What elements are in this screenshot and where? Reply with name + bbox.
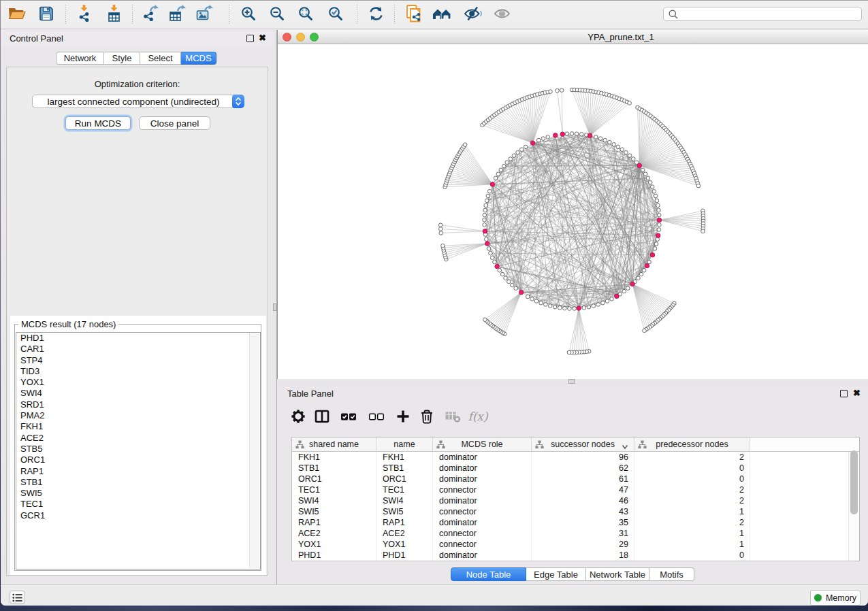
graph-node[interactable] [526,295,530,299]
graph-node[interactable] [487,189,492,193]
graph-node-selected[interactable] [637,163,641,167]
export-network-button[interactable] [140,3,163,27]
graph-node[interactable] [620,148,624,152]
graph-node[interactable] [565,132,569,136]
graph-node-selected[interactable] [560,132,564,136]
graph-node[interactable] [556,88,560,93]
mcds-result-item[interactable]: FKH1 [20,421,260,432]
mcds-result-list[interactable]: PHD1CAR1STP4TID3YOX1SWI4SRD1PMA2FKH1ACE2… [16,332,261,569]
graph-node[interactable] [493,260,497,264]
graph-node[interactable] [610,297,614,301]
graph-node[interactable] [489,251,493,255]
minimize-window-icon[interactable] [296,33,305,42]
graph-node[interactable] [534,299,539,303]
graph-node[interactable] [524,145,528,149]
graph-node[interactable] [483,218,487,222]
search-box[interactable] [663,7,862,21]
graph-node[interactable] [439,227,443,231]
graph-node[interactable] [639,272,643,276]
table-row[interactable]: TEC1TEC1connector472 [292,484,859,495]
graph-node[interactable] [486,194,490,198]
graph-node[interactable] [648,180,652,184]
graph-node-selected[interactable] [495,264,499,268]
graph-node[interactable] [642,269,646,273]
graph-node[interactable] [463,143,467,147]
graph-node[interactable] [654,194,658,198]
mcds-result-item[interactable]: SWI4 [20,388,260,399]
graph-node[interactable] [608,140,612,144]
graph-node[interactable] [536,138,541,142]
network-frame-titlebar[interactable]: YPA_prune.txt_1 [278,30,868,44]
graph-node[interactable] [553,305,557,309]
table-scrollbar[interactable] [848,452,859,561]
table-row[interactable]: SWI5SWI5connector431 [292,506,859,517]
graph-node[interactable] [612,143,616,147]
mcds-result-item[interactable]: SWI5 [20,488,260,499]
graph-node[interactable] [546,135,550,139]
graph-node[interactable] [641,168,645,172]
graph-node[interactable] [643,329,647,333]
graph-node[interactable] [563,306,567,310]
table-row[interactable]: STB1STB1dominator620 [292,463,859,474]
zoom-in-button[interactable] [237,3,260,27]
close-table-panel-icon[interactable]: ✖ [853,389,861,398]
mcds-result-item[interactable]: TEC1 [20,499,260,510]
graph-node[interactable] [594,135,598,139]
network-canvas[interactable] [278,44,868,378]
zoom-selected-button[interactable] [324,3,347,27]
graph-node[interactable] [558,306,562,310]
table-tab-motifs[interactable]: Motifs [649,567,694,581]
graph-node[interactable] [504,276,508,280]
graph-node[interactable] [616,145,620,149]
column-header-name[interactable]: name [376,437,433,451]
graph-node-selected[interactable] [615,294,619,298]
graph-node[interactable] [490,256,494,260]
table-row[interactable]: SWI4SWI4dominator462 [292,495,859,506]
column-header-predecessor-nodes[interactable]: predecessor nodes [634,437,750,451]
mcds-result-item[interactable]: TID3 [20,366,260,377]
graph-node[interactable] [696,184,701,188]
graph-node[interactable] [519,148,524,152]
unselect-all-columns-button[interactable] [365,405,388,428]
mcds-result-item[interactable]: STB5 [20,444,260,455]
graph-node[interactable] [657,228,661,232]
graph-node[interactable] [575,132,579,136]
table-row[interactable]: FKH1FKH1dominator962 [292,452,859,463]
control-tab-network[interactable]: Network [56,52,104,65]
graph-node[interactable] [605,299,609,303]
show-column-panel-button[interactable] [310,405,334,428]
graph-node-selected[interactable] [657,218,661,222]
graph-node-selected[interactable] [553,133,558,137]
graph-node[interactable] [603,138,607,142]
search-input[interactable] [679,8,861,20]
mcds-result-item[interactable]: STP4 [20,355,260,366]
graph-node-selected[interactable] [577,306,581,310]
open-file-button[interactable] [5,3,29,27]
table-tab-node-table[interactable]: Node Table [451,567,526,581]
graph-node[interactable] [568,307,572,311]
graph-node-selected[interactable] [650,253,654,257]
graph-node[interactable] [511,283,515,287]
graph-node[interactable] [655,199,659,203]
memory-button[interactable]: Memory [810,590,861,606]
graph-node[interactable] [701,229,705,233]
float-table-panel-icon[interactable] [840,390,848,397]
graph-node[interactable] [483,213,487,217]
result-list-scrollbar[interactable] [249,333,259,568]
column-header-MCDS-role[interactable]: MCDS role [433,437,532,451]
control-tab-style[interactable]: Style [104,52,140,65]
close-panel-button[interactable]: Close panel [139,116,210,130]
graph-node[interactable] [484,203,488,208]
graph-node[interactable] [530,297,534,301]
graph-node[interactable] [548,304,552,308]
graph-node[interactable] [539,301,543,305]
graph-node-selected[interactable] [645,263,649,267]
graph-node[interactable] [631,157,635,161]
graph-node[interactable] [658,223,662,227]
hide-selected-button[interactable] [462,3,485,27]
graph-node[interactable] [560,88,564,93]
table-row[interactable]: YOX1YOX1connector291 [292,539,859,550]
run-mcds-button[interactable]: Run MCDS [65,116,131,130]
control-tab-mcds[interactable]: MCDS [181,52,216,65]
horizontal-splitter-handle[interactable] [568,379,575,384]
